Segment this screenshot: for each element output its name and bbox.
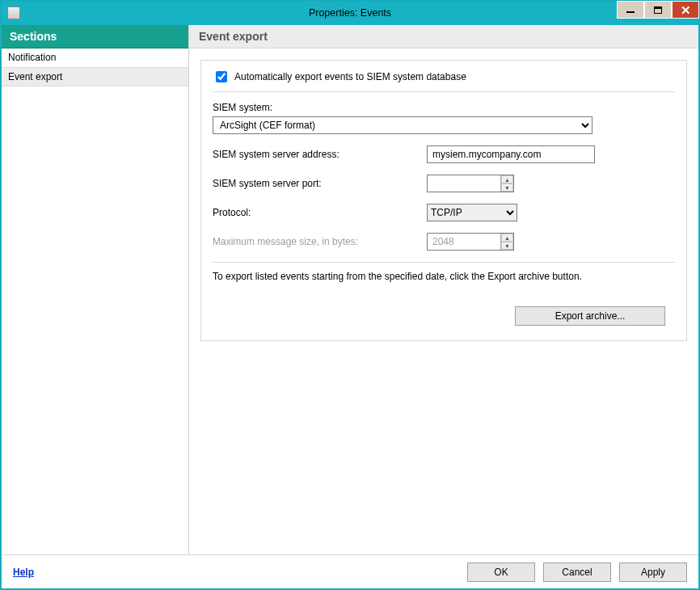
- max-message-input: [428, 234, 500, 250]
- server-port-up-icon[interactable]: ▲: [501, 175, 513, 183]
- sidebar-item-event-export[interactable]: Event export: [2, 67, 188, 86]
- server-port-row: SIEM system server port: ▲ ▼: [213, 175, 675, 192]
- client-area: Sections Notification Event export Event…: [1, 25, 699, 589]
- max-message-row: Maximum message size, in bytes: ▲ ▼: [213, 233, 675, 251]
- window-title: Properties: Events: [1, 7, 699, 19]
- server-port-label: SIEM system server port:: [213, 178, 427, 189]
- export-archive-row: Export archive...: [213, 306, 675, 326]
- minimize-button[interactable]: [617, 1, 644, 19]
- auto-export-checkbox[interactable]: [216, 71, 227, 82]
- protocol-label: Protocol:: [213, 207, 427, 218]
- server-address-row: SIEM system server address:: [213, 145, 675, 163]
- max-message-label: Maximum message size, in bytes:: [213, 236, 427, 247]
- export-archive-button[interactable]: Export archive...: [515, 306, 665, 326]
- server-address-input[interactable]: [427, 145, 595, 163]
- max-message-spin-buttons: ▲ ▼: [500, 234, 513, 250]
- properties-events-window: Properties: Events Sections Notification…: [0, 0, 700, 590]
- server-address-label: SIEM system server address:: [213, 149, 427, 160]
- dialog-footer: Help OK Cancel Apply: [2, 554, 698, 588]
- sidebar-item-label: Event export: [8, 71, 62, 82]
- sidebar: Sections Notification Event export: [2, 25, 189, 554]
- export-hint: To export listed events starting from th…: [213, 271, 675, 282]
- content-area: Event export Automatically export events…: [189, 25, 698, 554]
- siem-system-block: SIEM system: ArcSight (CEF format): [213, 102, 675, 134]
- help-link[interactable]: Help: [13, 567, 34, 578]
- sidebar-item-notification[interactable]: Notification: [2, 48, 188, 67]
- server-port-spinner: ▲ ▼: [427, 175, 514, 192]
- ok-button[interactable]: OK: [467, 563, 535, 582]
- sidebar-item-label: Notification: [8, 52, 56, 63]
- siem-system-select[interactable]: ArcSight (CEF format): [213, 116, 592, 134]
- content-body: Automatically export events to SIEM syst…: [189, 48, 698, 554]
- server-port-spin-buttons: ▲ ▼: [500, 175, 513, 192]
- apply-button[interactable]: Apply: [619, 563, 687, 582]
- close-button[interactable]: [672, 1, 699, 19]
- max-message-down-icon: ▼: [501, 242, 513, 250]
- cancel-button[interactable]: Cancel: [543, 563, 611, 582]
- auto-export-label[interactable]: Automatically export events to SIEM syst…: [234, 71, 466, 82]
- titlebar: Properties: Events: [1, 1, 699, 25]
- auto-export-row: Automatically export events to SIEM syst…: [213, 69, 675, 92]
- content-header: Event export: [189, 25, 698, 48]
- max-message-up-icon: ▲: [501, 234, 513, 242]
- window-buttons: [617, 1, 699, 25]
- panel-divider: [213, 262, 675, 263]
- siem-system-label: SIEM system:: [213, 102, 675, 113]
- protocol-select[interactable]: TCP/IP: [427, 204, 517, 221]
- main-area: Sections Notification Event export Event…: [2, 25, 698, 554]
- footer-buttons: OK Cancel Apply: [467, 563, 687, 582]
- protocol-row: Protocol: TCP/IP: [213, 204, 675, 221]
- event-export-panel: Automatically export events to SIEM syst…: [200, 60, 687, 341]
- server-port-down-icon[interactable]: ▼: [501, 183, 513, 192]
- max-message-spinner: ▲ ▼: [427, 233, 514, 251]
- app-icon: [7, 6, 20, 19]
- sidebar-header: Sections: [2, 25, 188, 48]
- server-port-input[interactable]: [428, 175, 500, 192]
- maximize-button[interactable]: [644, 1, 672, 19]
- sidebar-items: Notification Event export: [2, 48, 188, 554]
